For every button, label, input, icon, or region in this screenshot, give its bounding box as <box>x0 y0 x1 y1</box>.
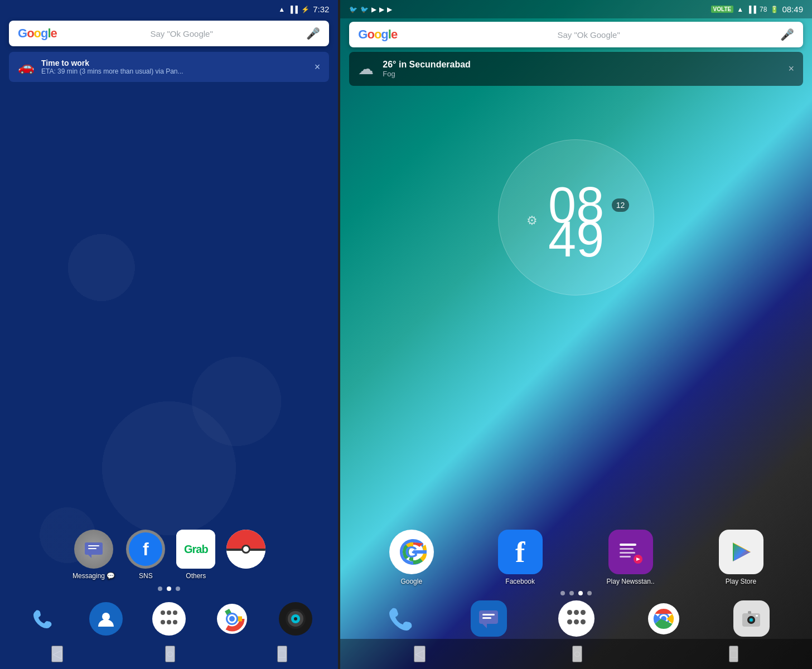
facebook-label: Facebook <box>505 578 535 585</box>
dock-mightytext[interactable] <box>279 602 312 636</box>
clock-badge: 12 <box>612 198 630 212</box>
dot-2 <box>167 586 171 591</box>
right-nav-bar: ◁ ○ □ <box>340 639 812 669</box>
cloud-icon: ☁ <box>358 60 374 78</box>
svg-point-4 <box>102 613 110 620</box>
left-app-grid: Messaging 💬 f SNS Grab Others <box>0 530 338 580</box>
left-recents-button[interactable]: □ <box>277 646 287 662</box>
left-home-button[interactable]: ○ <box>165 646 175 662</box>
left-mic-icon[interactable]: 🎤 <box>306 27 320 40</box>
left-back-button[interactable]: ◁ <box>51 646 63 662</box>
app-messaging[interactable]: Messaging 💬 <box>72 530 115 580</box>
battery-icon: ⚡ <box>301 6 310 13</box>
rdock-phone[interactable] <box>383 600 419 637</box>
rdot-4 <box>587 591 592 595</box>
playstore-label: Play Store <box>726 578 756 585</box>
weather-desc: Fog <box>383 70 779 78</box>
volte-badge: VOLTE <box>711 6 734 13</box>
right-back-button[interactable]: ◁ <box>414 646 426 662</box>
right-recents-button[interactable]: □ <box>729 646 738 662</box>
dock-contacts[interactable] <box>89 602 123 636</box>
notif-content: Time to work ETA: 39 min (3 mins more th… <box>41 59 308 75</box>
rdock-launcher[interactable] <box>558 600 594 637</box>
right-mic-icon[interactable]: 🎤 <box>780 28 794 41</box>
left-search-bar[interactable]: Google Say "Ok Google" 🎤 <box>9 21 329 46</box>
right-weather-card: ☁ 26° in Secunderabad Fog × <box>349 52 803 86</box>
clock-minute: 49 <box>548 214 604 264</box>
notif-subtitle: ETA: 39 min (3 mins more than usual) via… <box>41 67 308 75</box>
app-playstore[interactable]: Play Store <box>719 530 763 585</box>
right-left-icons: 🐦 🐦 ▶ ▶ ▶ <box>349 6 392 13</box>
dot-3 <box>176 586 180 591</box>
pokemon-icon <box>226 530 265 569</box>
svg-point-38 <box>750 618 753 622</box>
app-google[interactable]: G Google <box>389 530 434 585</box>
rdot-2 <box>569 591 574 595</box>
phone-divider <box>338 0 340 669</box>
settings-icon[interactable]: ⚙ <box>526 214 538 228</box>
youtube-icon-1: ▶ <box>371 6 376 13</box>
right-app-grid: G Google f Facebook <box>340 530 812 585</box>
right-search-placeholder: Say "Ok Google" <box>397 30 780 40</box>
phone-icon <box>32 608 54 630</box>
right-page-dots <box>340 591 812 595</box>
left-time: 7:32 <box>313 4 329 14</box>
weather-info: 26° in Secunderabad Fog <box>383 60 779 78</box>
right-home-button[interactable]: ○ <box>572 646 582 662</box>
playstore-svg <box>727 538 755 566</box>
messaging-svg <box>83 538 105 560</box>
twitter-icon-1: 🐦 <box>349 6 357 13</box>
dock-launcher[interactable] <box>152 602 186 636</box>
notif-close-button[interactable]: × <box>315 61 321 73</box>
weather-close-button[interactable]: × <box>788 63 794 75</box>
google-icon: G <box>389 530 434 574</box>
dock-chrome[interactable] <box>215 602 249 636</box>
app-newsstand[interactable]: Play Newsstan.. <box>607 530 655 585</box>
right-time: 08:49 <box>782 4 803 14</box>
playstore-icon <box>719 530 763 574</box>
others-icon: Grab <box>176 530 215 569</box>
google-logo-left: Google <box>18 26 57 41</box>
sns-label: SNS <box>139 572 153 580</box>
weather-temp: 26° in Secunderabad <box>383 60 779 70</box>
vinyl-icon <box>284 608 307 630</box>
signal-icon: ▐▐ <box>288 6 298 13</box>
messaging-label: Messaging 💬 <box>72 572 115 580</box>
app-sns[interactable]: f SNS <box>126 530 165 580</box>
left-status-icons: ▲ ▐▐ ⚡ 7:32 <box>278 4 329 14</box>
newsstand-svg <box>617 538 645 566</box>
dock-phone[interactable] <box>26 602 60 636</box>
left-nav-bar: ◁ ○ □ <box>0 639 338 669</box>
app-others[interactable]: Grab Others <box>176 530 215 580</box>
facebook-icon: f <box>498 530 543 574</box>
rdock-messages[interactable] <box>471 600 507 637</box>
clock-widget: 08 49 ⚙ 12 <box>498 139 654 295</box>
youtube-icon-2: ▶ <box>379 6 384 13</box>
google-logo-right: Google <box>358 27 397 42</box>
right-search-bar[interactable]: Google Say "Ok Google" 🎤 <box>349 22 803 47</box>
svg-rect-16 <box>620 544 636 546</box>
svg-rect-17 <box>620 548 634 550</box>
svg-marker-28 <box>482 624 487 628</box>
rdock-camera[interactable] <box>733 600 770 637</box>
battery-percent: 78 <box>760 6 767 13</box>
svg-rect-3 <box>88 548 96 549</box>
contacts-icon <box>95 608 117 630</box>
right-dock <box>340 600 812 637</box>
right-phone: 🐦 🐦 ▶ ▶ ▶ VOLTE ▲ ▐▐ 78 🔋 08:49 Google S… <box>340 0 812 669</box>
rdock-chrome[interactable] <box>646 600 682 637</box>
right-status-info: VOLTE ▲ ▐▐ 78 🔋 08:49 <box>711 4 803 14</box>
wifi-icon-right: ▲ <box>737 6 743 13</box>
svg-point-13 <box>294 617 297 620</box>
svg-rect-30 <box>482 617 491 619</box>
svg-text:G: G <box>405 542 418 561</box>
left-search-placeholder: Say "Ok Google" <box>57 29 306 38</box>
app-facebook[interactable]: f Facebook <box>498 530 543 585</box>
others-label: Others <box>186 572 206 580</box>
rdot-3 <box>578 591 583 595</box>
app-pokemon[interactable] <box>226 530 265 580</box>
left-status-bar: ▲ ▐▐ ⚡ 7:32 <box>0 0 338 18</box>
dot-1 <box>158 586 162 591</box>
svg-marker-1 <box>88 555 91 558</box>
messaging-icon <box>74 530 113 569</box>
